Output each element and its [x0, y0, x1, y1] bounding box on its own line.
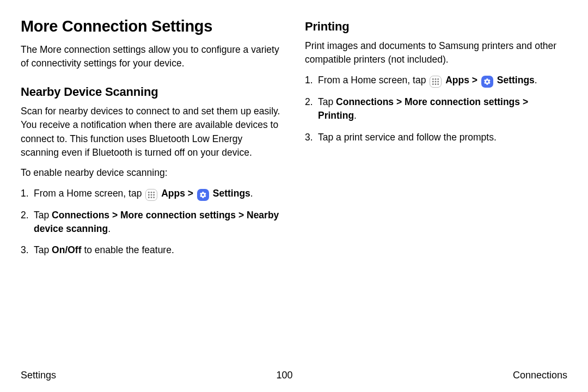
left-column: More Connection Settings The More connec… [21, 17, 283, 365]
apps-icon [430, 76, 442, 88]
footer-left: Settings [21, 370, 56, 381]
enable-instructions-lead: To enable nearby device scanning: [21, 166, 283, 180]
nearby-scanning-heading: Nearby Device Scanning [21, 85, 283, 99]
svg-point-1 [151, 192, 152, 193]
svg-point-17 [438, 83, 439, 85]
apps-icon [145, 189, 157, 201]
chevron-icon: > [188, 188, 193, 199]
page-footer: Settings 100 Connections [21, 365, 567, 381]
svg-point-0 [148, 192, 150, 193]
svg-point-11 [438, 78, 439, 80]
step-body: From a Home screen, tap Apps > Settings. [318, 74, 567, 88]
printing-heading: Printing [305, 20, 567, 34]
chevron-icon: > [112, 210, 118, 220]
step-number: 1. [305, 74, 318, 87]
svg-point-13 [435, 81, 437, 82]
chevron-icon: > [472, 75, 477, 85]
apps-label: Apps [161, 188, 185, 199]
svg-point-16 [435, 83, 437, 85]
right-column: Printing Print images and documents to S… [305, 17, 567, 365]
settings-icon [197, 189, 209, 201]
step-body: From a Home screen, tap Apps > Settings. [34, 187, 283, 201]
list-item: 2. Tap Connections > More connection set… [305, 95, 567, 123]
svg-point-8 [154, 197, 155, 198]
footer-right: Connections [513, 370, 567, 381]
list-item: 1. From a Home screen, tap Apps > Settin… [305, 74, 567, 88]
svg-point-7 [151, 197, 152, 198]
step-number: 2. [21, 209, 34, 222]
svg-point-3 [148, 194, 150, 195]
svg-point-9 [432, 78, 434, 80]
svg-point-2 [154, 192, 155, 193]
list-item: 3. Tap a print service and follow the pr… [305, 131, 567, 144]
step-body: Tap On/Off to enable the feature. [34, 243, 283, 257]
step-number: 3. [21, 243, 34, 257]
list-item: 1. From a Home screen, tap Apps > Settin… [21, 187, 283, 201]
step-number: 1. [21, 187, 34, 200]
svg-point-14 [438, 81, 439, 82]
svg-point-12 [432, 81, 434, 82]
step-number: 2. [305, 95, 318, 109]
page-title: More Connection Settings [21, 17, 283, 35]
intro-paragraph: The More connection settings allow you t… [21, 43, 283, 71]
nearby-scanning-steps: 1. From a Home screen, tap Apps > Settin… [21, 187, 283, 258]
step-body: Tap a print service and follow the promp… [318, 131, 567, 144]
nearby-scanning-body: Scan for nearby devices to connect to an… [21, 105, 283, 160]
chevron-icon: > [523, 96, 528, 107]
chevron-icon: > [238, 210, 244, 220]
step-body: Tap Connections > More connection settin… [34, 209, 283, 236]
svg-point-6 [148, 197, 150, 198]
printing-body: Print images and documents to Samsung pr… [305, 39, 567, 67]
list-item: 2. Tap Connections > More connection set… [21, 209, 283, 236]
chevron-icon: > [396, 96, 402, 107]
settings-label: Settings [497, 75, 535, 85]
settings-label: Settings [213, 188, 250, 199]
printing-steps: 1. From a Home screen, tap Apps > Settin… [305, 74, 567, 144]
svg-point-15 [432, 83, 434, 85]
two-column-layout: More Connection Settings The More connec… [21, 17, 567, 365]
svg-point-10 [435, 78, 437, 80]
svg-point-5 [154, 194, 155, 195]
apps-label: Apps [445, 75, 469, 85]
step-body: Tap Connections > More connection settin… [318, 95, 567, 123]
list-item: 3. Tap On/Off to enable the feature. [21, 243, 283, 257]
page-number: 100 [276, 370, 292, 381]
svg-point-4 [151, 194, 152, 195]
settings-icon [481, 76, 493, 88]
step-number: 3. [305, 131, 318, 144]
document-page: More Connection Settings The More connec… [0, 0, 588, 392]
